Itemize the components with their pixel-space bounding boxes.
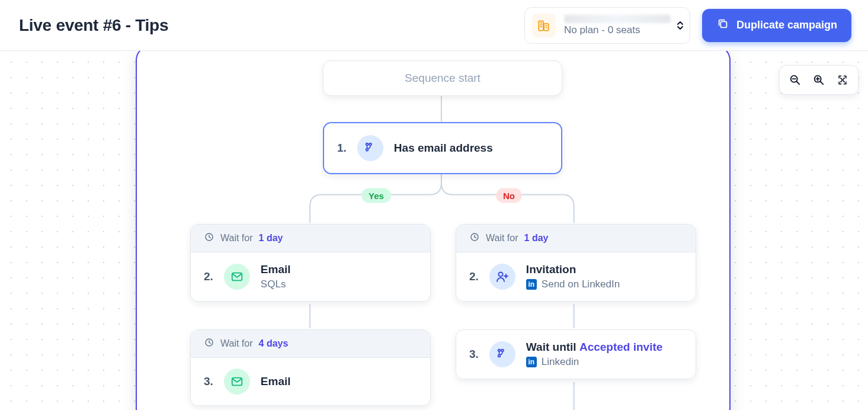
sequence-start-label: Sequence start xyxy=(405,72,481,85)
step-number: 2. xyxy=(204,270,213,283)
branch-icon xyxy=(489,341,515,367)
account-plan-text: No plan - 0 seats xyxy=(564,24,671,36)
page-title: Live event #6 - Tips xyxy=(19,16,513,35)
duplicate-campaign-label: Duplicate campaign xyxy=(736,19,837,31)
clock-icon xyxy=(204,337,214,350)
mail-icon xyxy=(224,264,250,290)
step-number: 3. xyxy=(469,348,479,361)
linkedin-icon: in xyxy=(526,357,537,367)
zoom-fit-button[interactable] xyxy=(832,69,853,91)
chevron-updown-icon xyxy=(677,21,684,30)
step-number: 2. xyxy=(469,270,479,283)
branch-pill-no: No xyxy=(496,188,522,203)
wait-delay: 1 day xyxy=(524,233,549,244)
step-title: Invitation xyxy=(526,263,620,276)
step-subtitle: in Send on LinkedIn xyxy=(526,278,620,290)
branch-icon xyxy=(357,135,383,161)
wait-delay: 1 day xyxy=(259,233,283,244)
step-title: Email xyxy=(261,375,291,388)
header: Live event #6 - Tips No plan - 0 seats D… xyxy=(0,0,868,51)
node-right-step-3[interactable]: 3. Wait until Accepted invite in Linkedi… xyxy=(456,329,696,379)
step-number: 3. xyxy=(204,375,213,388)
node-condition-has-email[interactable]: 1. Has email address xyxy=(323,122,562,174)
account-name-redacted xyxy=(564,15,671,23)
node-left-step-3[interactable]: Wait for 4 days 3. Email xyxy=(190,329,431,406)
step-title: Email xyxy=(261,263,291,276)
condition-label: Has email address xyxy=(394,142,493,155)
node-sequence-start[interactable]: Sequence start xyxy=(323,60,562,96)
duplicate-campaign-button[interactable]: Duplicate campaign xyxy=(702,9,851,42)
node-right-step-2[interactable]: Wait for 1 day 2. Invitation in Send on … xyxy=(456,224,696,302)
step-subtitle: in Linkedin xyxy=(526,356,663,368)
step-title: Wait until Accepted invite xyxy=(526,341,663,354)
step-number: 1. xyxy=(337,142,347,155)
zoom-in-button[interactable] xyxy=(808,69,829,91)
wait-header: Wait for 1 day xyxy=(456,225,696,252)
flow-canvas[interactable]: Sequence start 1. Has email address Yes … xyxy=(136,51,731,410)
flow-canvas-container: Sequence start 1. Has email address Yes … xyxy=(0,51,868,410)
clock-icon xyxy=(204,232,214,245)
branch-pill-yes: Yes xyxy=(361,188,391,203)
account-switcher[interactable]: No plan - 0 seats xyxy=(524,7,690,44)
copy-icon xyxy=(716,17,729,33)
person-add-icon xyxy=(489,264,515,290)
wait-delay: 4 days xyxy=(259,338,289,349)
clock-icon xyxy=(469,232,480,245)
step-subtitle: SQLs xyxy=(261,278,291,290)
mail-icon xyxy=(224,369,250,395)
zoom-out-button[interactable] xyxy=(784,69,806,91)
wait-header: Wait for 4 days xyxy=(191,330,430,358)
linkedin-icon: in xyxy=(526,279,537,290)
building-icon xyxy=(532,14,556,37)
zoom-controls xyxy=(779,65,859,95)
wait-header: Wait for 1 day xyxy=(191,225,430,252)
node-left-step-2[interactable]: Wait for 1 day 2. Email SQLs xyxy=(190,224,431,302)
